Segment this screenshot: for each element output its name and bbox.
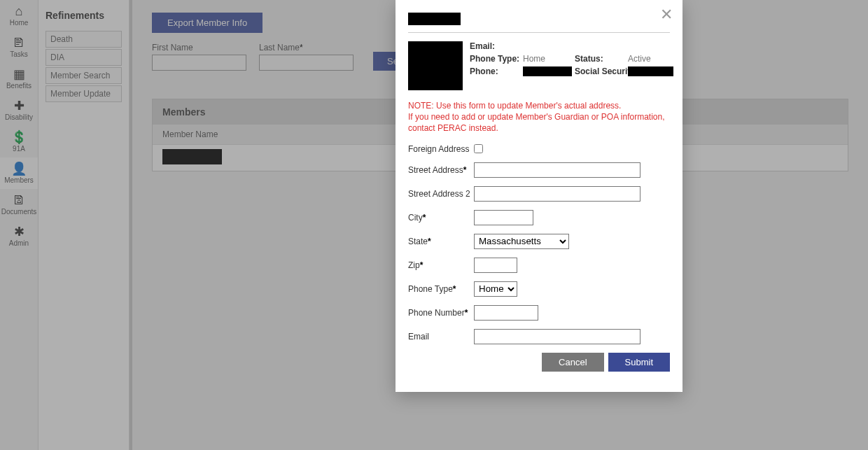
phone-number-label: Phone Number*: [408, 308, 474, 318]
city-label: City*: [408, 213, 474, 223]
meta-ssn-label: Social Security:: [575, 66, 625, 76]
zip-input[interactable]: [474, 258, 517, 273]
email-row: Email: [408, 329, 670, 344]
modal-divider: [408, 32, 670, 33]
phone-type-row: Phone Type* Home: [408, 281, 670, 297]
zip-label: Zip*: [408, 260, 474, 270]
email-label: Email: [408, 332, 474, 342]
submit-button[interactable]: Submit: [608, 353, 670, 372]
meta-email-value: [523, 41, 572, 51]
street-address-label: Street Address*: [408, 165, 474, 175]
member-meta: Email: Phone Type: Home Status: Active P…: [408, 41, 670, 90]
street-address-row: Street Address*: [408, 162, 670, 178]
meta-phone-label: Phone:: [470, 66, 520, 76]
state-select[interactable]: Massachusetts: [474, 234, 569, 249]
city-row: City*: [408, 210, 670, 225]
state-label: State*: [408, 237, 474, 246]
member-update-modal: ✕ Email: Phone Type: Home Status: Active…: [396, 0, 682, 392]
member-meta-grid: Email: Phone Type: Home Status: Active P…: [470, 41, 673, 90]
meta-status-label: Status:: [575, 54, 625, 64]
state-row: State* Massachusetts: [408, 234, 670, 249]
city-input[interactable]: [474, 210, 533, 225]
modal-title-redacted: [408, 13, 461, 25]
meta-phone-value-redacted: [523, 66, 572, 76]
street-address2-input[interactable]: [474, 186, 640, 202]
email-input[interactable]: [474, 329, 640, 344]
meta-email-label: Email:: [470, 41, 520, 51]
phone-number-row: Phone Number*: [408, 305, 670, 321]
modal-actions: Cancel Submit: [408, 353, 670, 372]
street-address-input[interactable]: [474, 162, 640, 178]
street-address2-row: Street Address 2: [408, 186, 670, 202]
close-icon[interactable]: ✕: [660, 7, 673, 22]
phone-number-input[interactable]: [474, 305, 538, 321]
note-text: NOTE: Use this form to update Member's a…: [408, 100, 670, 134]
zip-row: Zip*: [408, 258, 670, 273]
modal-title: [408, 13, 670, 25]
phone-type-select[interactable]: Home: [474, 281, 517, 297]
phone-type-label: Phone Type*: [408, 284, 474, 294]
cancel-button[interactable]: Cancel: [542, 353, 603, 372]
foreign-address-row: Foreign Address: [408, 144, 670, 154]
foreign-address-label: Foreign Address: [408, 144, 474, 154]
meta-phonetype-label: Phone Type:: [470, 54, 520, 64]
street-address2-label: Street Address 2: [408, 189, 474, 199]
meta-status-value: Active: [628, 54, 673, 64]
foreign-address-checkbox[interactable]: [474, 144, 483, 153]
member-photo: [408, 41, 463, 90]
meta-phonetype-value: Home: [523, 54, 572, 64]
meta-ssn-value-redacted: [628, 66, 673, 76]
